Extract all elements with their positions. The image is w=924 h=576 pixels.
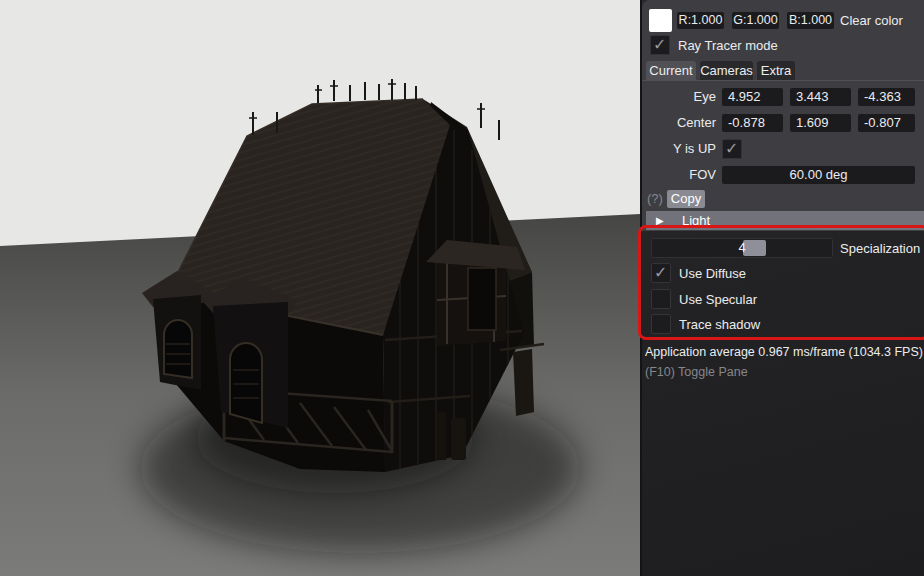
- eye-x-field[interactable]: 4.952: [722, 88, 783, 106]
- red-value-button[interactable]: R:1.000: [677, 12, 724, 29]
- dormer-right-window: [468, 268, 496, 330]
- viewport-3d[interactable]: [0, 0, 640, 576]
- fov-field[interactable]: 60.00 deg: [722, 166, 915, 184]
- banner: [513, 349, 534, 416]
- y-up-label: Y is UP: [642, 140, 716, 158]
- settings-pane: R:1.000 G:1.000 B:1.000 Clear color ✓ Ra…: [640, 0, 924, 576]
- fov-label: FOV: [642, 166, 716, 184]
- eye-label: Eye: [642, 88, 716, 106]
- eye-y-field[interactable]: 3.443: [790, 88, 851, 106]
- annotation-highlight-box: [638, 225, 924, 340]
- copy-button[interactable]: Copy: [667, 190, 705, 208]
- center-label: Center: [642, 114, 716, 132]
- tab-current[interactable]: Current: [646, 61, 696, 80]
- blue-value-button[interactable]: B:1.000: [787, 12, 834, 29]
- help-icon: (?): [647, 190, 663, 208]
- barrel: [451, 418, 466, 460]
- tab-extra[interactable]: Extra: [757, 61, 795, 80]
- checkmark-icon: ✓: [725, 139, 741, 159]
- checkmark-icon: ✓: [653, 35, 669, 55]
- dormer-mid-window: [230, 343, 262, 423]
- ray-tracer-mode-label: Ray Tracer mode: [678, 36, 778, 55]
- green-value-button[interactable]: G:1.000: [732, 12, 779, 29]
- clear-color-swatch[interactable]: [649, 9, 672, 32]
- y-up-checkbox[interactable]: ✓: [722, 139, 742, 159]
- tab-cameras[interactable]: Cameras: [700, 61, 753, 80]
- tab-underline: [642, 80, 924, 81]
- center-y-field[interactable]: 1.609: [790, 114, 851, 132]
- dormer-left-window: [164, 320, 192, 378]
- toggle-pane-hint: (F10) Toggle Pane: [645, 365, 748, 379]
- center-z-field[interactable]: -0.807: [858, 114, 915, 132]
- ray-tracer-mode-checkbox[interactable]: ✓: [650, 35, 670, 55]
- house-scene: [0, 0, 640, 576]
- fps-stats-text: Application average 0.967 ms/frame (1034…: [645, 345, 923, 359]
- eye-z-field[interactable]: -4.363: [858, 88, 915, 106]
- clear-color-label: Clear color: [840, 12, 903, 29]
- center-x-field[interactable]: -0.878: [722, 114, 783, 132]
